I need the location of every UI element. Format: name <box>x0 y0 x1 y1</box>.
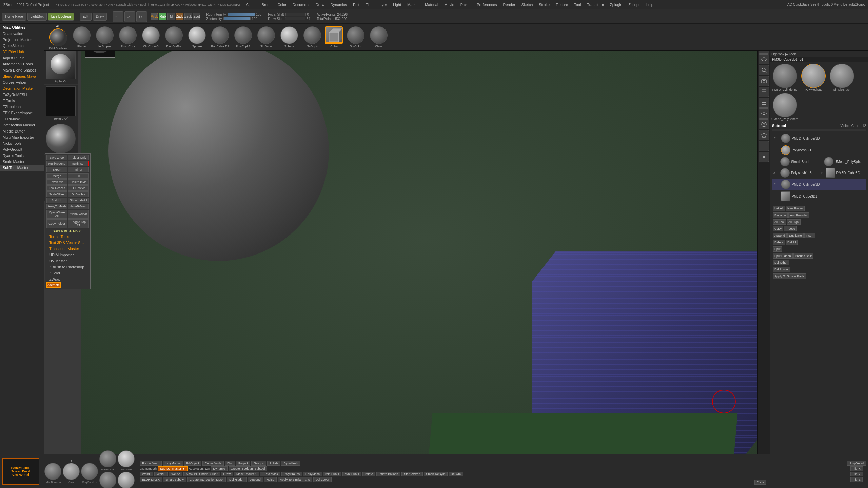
mask-amount-button[interactable]: MaskAmount 1 <box>234 472 259 476</box>
auto-reorder-button[interactable]: AutoReorder <box>788 212 809 218</box>
del-all-button[interactable]: Del All <box>786 240 798 245</box>
ri-btn-wireframe[interactable] <box>759 141 769 151</box>
menu-picker[interactable]: Picker <box>458 2 474 7</box>
polygroups-button[interactable]: PolyGroups <box>281 472 302 476</box>
ri-btn-symmetry[interactable] <box>759 152 769 162</box>
duplicate-button[interactable]: Duplicate <box>787 233 804 238</box>
z-intensity-slider[interactable] <box>223 17 251 20</box>
brush-item-planar[interactable]: Planar <box>72 26 92 48</box>
sidebar-item-zwrap[interactable]: ZWrap <box>46 276 89 282</box>
create-intersection-mask-button[interactable]: Create Intersection Mask <box>187 477 226 482</box>
curve-mode-button[interactable]: Curve Mode <box>202 461 224 466</box>
brush-item-in-stripes[interactable]: In Stripes <box>95 26 115 48</box>
sidebar-item-nicks-tools[interactable]: Nicks Tools <box>0 140 44 146</box>
alpha-thumbnail[interactable] <box>46 49 76 79</box>
brush-item-cube[interactable]: Cube <box>325 26 343 48</box>
ri-btn-zoom[interactable] <box>759 65 769 75</box>
project-button[interactable]: Project <box>236 461 250 466</box>
list-all-button[interactable]: List All <box>773 206 785 211</box>
tool-mesh-polymesh3d[interactable]: PolyMesh3D <box>800 64 827 92</box>
amp-detail-button[interactable]: AmpDetail <box>847 461 866 466</box>
menu-brush[interactable]: Brush <box>259 2 274 7</box>
brush-item-sphere[interactable]: Sphere <box>187 26 207 48</box>
folder-only-button[interactable]: Folder Only <box>68 155 89 160</box>
viewport[interactable] <box>81 24 770 454</box>
st-item-cylinder-active[interactable]: 2 PM3D_Cylinder3D <box>772 179 866 190</box>
sidebar-item-adjust-plugin[interactable]: Adjust Plugin <box>0 55 44 61</box>
sidebar-item-udim-importer[interactable]: UDIM Importer <box>46 252 89 258</box>
menu-marker[interactable]: Marker <box>405 2 421 7</box>
ri-btn-settings[interactable] <box>759 108 769 119</box>
ri-btn-layers[interactable] <box>759 98 769 108</box>
apply-to-similar-btn[interactable]: Apply To Similar Parts <box>278 477 312 482</box>
alternate-button[interactable]: Alternate <box>46 282 61 288</box>
mask-pg-under-button[interactable]: Mask PG Under Cursor <box>183 472 220 476</box>
menu-material[interactable]: Material <box>422 2 441 7</box>
subtool-master-button[interactable]: SubTool Master ▼ <box>158 466 188 471</box>
zcut-button[interactable]: Zcut <box>193 13 200 20</box>
sidebar-item-projection-master[interactable]: Projection Master <box>0 37 44 43</box>
all-low-button[interactable]: All Low <box>773 219 786 225</box>
inflate-button[interactable]: Inflate <box>362 472 376 476</box>
move-button[interactable]: ↕ <box>113 11 123 22</box>
scale-offset-button[interactable]: ScaleOffset <box>46 191 67 197</box>
clone-folder-button[interactable]: Clone Folder <box>68 210 89 219</box>
multiappend-button[interactable]: MultiAppend <box>46 161 67 166</box>
sidebar-item-ezboolean[interactable]: EZboolean <box>0 104 44 110</box>
groups-button[interactable]: Groups <box>251 461 266 466</box>
split-hidden-button[interactable]: Split Hidden <box>773 253 793 259</box>
insert-button[interactable]: Insert <box>804 233 815 238</box>
brush-item-imm-boolean-header[interactable]: 41 IMM Boolean <box>47 24 69 50</box>
array-to-mesh-button[interactable]: ArrayToMesh <box>46 204 67 209</box>
start-zwrap-button[interactable]: Start ZWrap <box>401 472 422 476</box>
texture-thumbnail[interactable] <box>46 86 76 116</box>
sidebar-item-decimation-master[interactable]: Decimation Master <box>0 85 44 92</box>
brush-item-blobdiabot[interactable]: BlobDiaBot <box>164 26 184 48</box>
fill-button[interactable]: Fill <box>68 173 89 179</box>
blur-button[interactable]: Blur <box>225 461 235 466</box>
st-item-cylinder3d[interactable]: 2 PM3D_Cylinder3D <box>772 133 866 144</box>
noise-button[interactable]: Noise <box>264 477 277 482</box>
groups-split-button[interactable]: Groups Split <box>793 253 814 259</box>
ri-btn-sculpt[interactable] <box>759 54 769 64</box>
ri-btn-grid[interactable] <box>759 87 769 97</box>
menu-transform[interactable]: Transform <box>584 2 607 7</box>
sidebar-item-deactivation[interactable]: Deactivation <box>0 30 44 37</box>
bottom-brush-standard[interactable]: Standard <box>118 450 135 471</box>
delete-invis-button[interactable]: Delete Invis <box>68 179 89 185</box>
frame-mesh-button[interactable]: Frame Mesh <box>140 461 162 466</box>
zsub-button[interactable]: Zsub <box>184 13 192 20</box>
fill-object-button[interactable]: FillObject <box>184 461 202 466</box>
flip-x-button[interactable]: Flip X <box>850 466 863 471</box>
st-item-cube-bottom[interactable]: PM3D_Cube3D1 <box>772 190 866 202</box>
mrgb-button[interactable]: Mrgb <box>151 13 158 20</box>
subtool-slider[interactable] <box>772 129 866 131</box>
tool-mesh-cylinder3d[interactable]: PM3D_Cylinder3D <box>771 64 798 92</box>
live-boolean-button[interactable]: Live Boolean <box>48 13 74 21</box>
menu-texture[interactable]: Texture <box>553 2 571 7</box>
rename-button[interactable]: Rename <box>773 212 788 218</box>
sidebar-item-3d-print-hub[interactable]: 3D Print Hub <box>0 49 44 55</box>
menu-stroke[interactable]: Stroke <box>536 2 552 7</box>
all-high-button[interactable]: All High <box>787 219 801 225</box>
menu-edit[interactable]: Edit <box>350 2 362 7</box>
menu-color[interactable]: Color <box>275 2 289 7</box>
brush-item-polyclipl2[interactable]: PolyClipL2 <box>233 26 253 48</box>
dynamic-button[interactable]: Dynamic <box>211 466 228 471</box>
sidebar-item-eazyremesh[interactable]: EaZyReMESH <box>0 92 44 98</box>
ri-btn-camera[interactable] <box>759 76 769 86</box>
lazy-mouse-button[interactable]: LazyMouse <box>163 461 183 466</box>
smart-subdiv-button[interactable]: Smart Subdiv <box>163 477 186 482</box>
zadd-button[interactable]: Zadd <box>176 13 183 20</box>
blur-mask-button[interactable]: BLUR MASK <box>140 477 162 482</box>
focal-shift-slider[interactable] <box>285 13 306 16</box>
sidebar-item-scale-master[interactable]: Scale Master <box>0 159 44 165</box>
append-button[interactable]: Append <box>773 233 787 238</box>
do-visible-button[interactable]: Do Visible <box>68 191 89 197</box>
menu-file[interactable]: File <box>363 2 374 7</box>
sidebar-item-transpose-master[interactable]: Transpose Master <box>46 246 89 252</box>
scale-button[interactable]: ⤢ <box>124 11 135 22</box>
draw-size-slider[interactable] <box>285 17 305 20</box>
flip-z-button[interactable]: Flip Z <box>850 477 863 482</box>
append-btn[interactable]: Append <box>248 477 263 482</box>
